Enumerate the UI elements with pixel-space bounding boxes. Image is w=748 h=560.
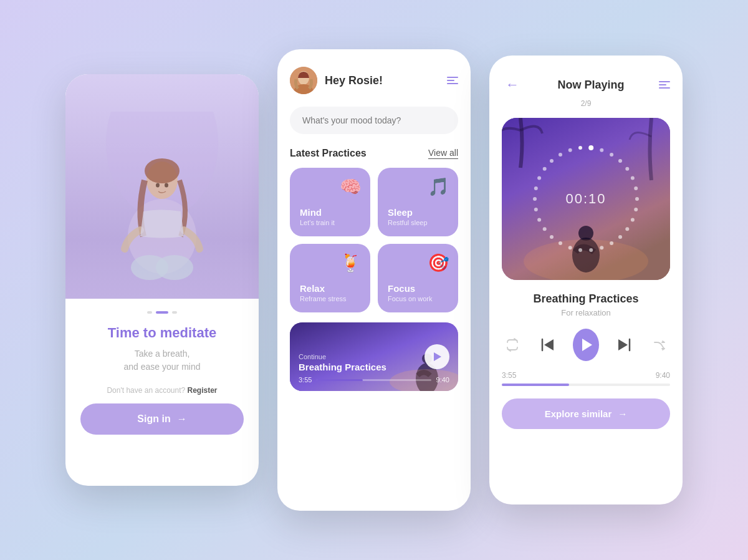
track-subtitle: For relaxation [502,308,670,317]
svg-point-7 [165,183,168,188]
explore-similar-button[interactable]: Explore similar → [502,398,670,429]
meditation-woman [94,112,231,299]
sleep-name: Sleep [388,207,448,218]
player-menu-icon[interactable] [659,81,670,89]
progress-times: 3:55 9:40 [502,371,670,380]
svg-point-22 [625,227,629,231]
explore-label: Explore similar [545,408,612,419]
menu-icon[interactable] [447,77,458,84]
timer-display: 00:10 [565,191,606,207]
now-playing-title: Now Playing [557,79,624,92]
svg-point-32 [537,218,541,221]
continue-time-current: 3:55 [299,376,312,384]
svg-point-5 [156,255,193,280]
mind-name: Mind [300,207,360,218]
register-prompt: Don't have an account? Register [107,386,217,395]
album-art: 00:10 [502,118,670,280]
practices-section-header: Latest Practices View all [290,148,458,159]
svg-point-46 [625,167,629,171]
hero-image [65,74,259,299]
svg-point-6 [156,183,160,188]
svg-point-23 [618,235,622,239]
continue-play-button[interactable] [424,344,449,369]
practice-card-relax[interactable]: 🍹 Relax Reframe stress [290,244,370,312]
relax-icon: 🍹 [340,253,362,273]
progress-section: 3:55 9:40 [502,371,670,386]
mind-icon: 🧠 [340,176,362,197]
svg-point-34 [533,197,537,201]
svg-point-31 [543,227,547,231]
signin-button[interactable]: Sign in → [80,403,244,435]
svg-point-41 [578,146,582,150]
section-title: Latest Practices [290,148,367,159]
login-subtitle: Take a breath,and ease your mind [124,347,201,374]
player-time-current: 3:55 [502,371,516,380]
explore-arrow-icon: → [618,408,627,419]
login-screen: Time to meditate Take a breath,and ease … [65,74,259,486]
svg-point-39 [559,153,562,157]
track-name: Breathing Practices [502,292,670,306]
relax-sub: Reframe stress [300,295,360,302]
practice-card-mind[interactable]: 🧠 Mind Let's train it [290,168,370,236]
mood-input[interactable] [290,107,458,134]
continue-card[interactable]: Continue Breathing Practices 3:55 9:40 [290,322,458,391]
playback-controls [502,329,670,361]
svg-point-47 [631,176,635,180]
svg-point-40 [568,148,572,152]
svg-point-35 [534,186,538,190]
back-button[interactable]: ← [502,73,523,97]
svg-point-33 [534,208,538,211]
sleep-icon: 🎵 [428,176,449,197]
greeting-text: Hey Rosie! [325,74,383,87]
focus-icon: 🎯 [428,253,449,273]
player-header: ← Now Playing [502,73,670,97]
svg-point-36 [537,176,541,180]
track-count: 2/9 [502,99,670,108]
repeat-button[interactable] [502,334,523,355]
continue-progress-bar [317,379,431,381]
previous-button[interactable] [535,334,560,356]
dot-3 [172,311,177,314]
play-pause-button[interactable] [573,329,599,361]
svg-point-43 [600,148,603,152]
svg-point-24 [610,241,613,245]
player-screen: ← Now Playing 2/9 [489,56,683,504]
svg-point-38 [550,159,554,163]
register-link[interactable]: Register [188,386,218,395]
avatar [290,67,317,94]
svg-point-37 [543,167,547,171]
svg-point-27 [578,248,582,252]
svg-point-21 [631,218,635,221]
player-time-total: 9:40 [656,371,670,380]
dot-2 [156,311,168,314]
user-info: Hey Rosie! [290,67,383,94]
focus-sub: Focus on work [388,295,448,302]
svg-point-30 [550,235,554,239]
practice-card-sleep[interactable]: 🎵 Sleep Restful sleep [378,168,458,236]
arrow-right-icon: → [177,413,187,425]
dot-1 [147,311,152,314]
next-button[interactable] [611,334,636,356]
shuffle-button[interactable] [649,334,670,355]
svg-point-25 [600,246,603,249]
svg-point-3 [145,158,180,183]
continue-progress-fill [317,379,362,381]
home-header: Hey Rosie! [290,67,458,94]
svg-point-19 [635,197,639,201]
home-screen: Hey Rosie! Latest Practices View all 🧠 M… [277,49,471,511]
relax-name: Relax [300,283,360,294]
page-dots [147,311,177,314]
view-all-link[interactable]: View all [428,148,458,159]
svg-point-48 [634,186,638,190]
track-info: Breathing Practices For relaxation [502,292,670,317]
sleep-sub: Restful sleep [388,219,448,226]
player-progress-bar[interactable] [502,384,670,386]
svg-point-20 [634,208,638,211]
svg-point-29 [559,241,562,245]
svg-point-42 [588,145,593,150]
svg-point-44 [610,153,613,157]
practice-card-focus[interactable]: 🎯 Focus Focus on work [378,244,458,312]
svg-point-45 [618,159,622,163]
practices-grid: 🧠 Mind Let's train it 🎵 Sleep Restful sl… [290,168,458,312]
mind-sub: Let's train it [300,219,360,226]
